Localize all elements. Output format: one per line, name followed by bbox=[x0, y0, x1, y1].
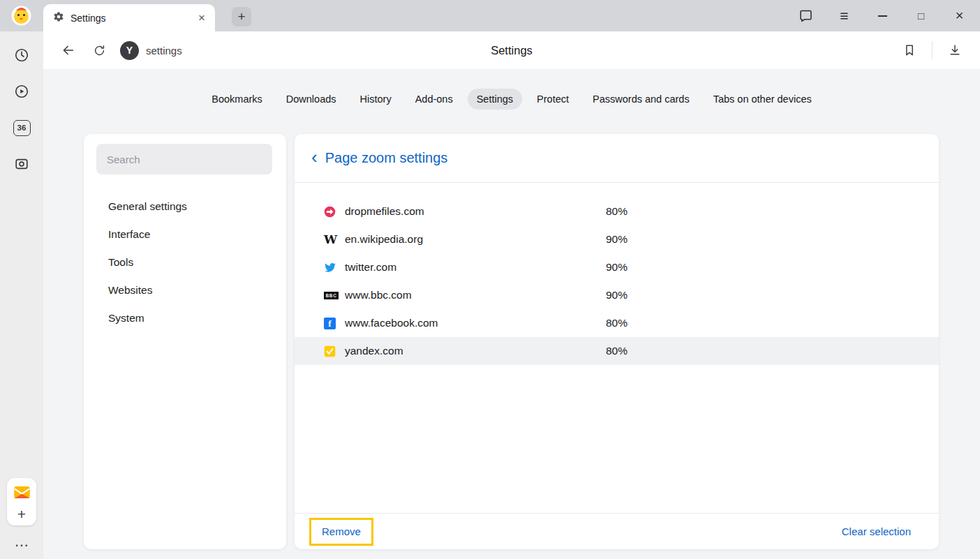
site-name: yandex.com bbox=[345, 345, 606, 357]
tab-counter[interactable]: 36 bbox=[0, 110, 43, 146]
tab-tabs-on-other-devices[interactable]: Tabs on other devices bbox=[704, 89, 821, 110]
site-name: twitter.com bbox=[345, 261, 606, 274]
zoom-row[interactable]: f www.facebook.com 80% bbox=[295, 309, 939, 337]
menu-icon[interactable]: ≡ bbox=[825, 0, 863, 31]
twitter-favicon bbox=[324, 261, 345, 274]
tab-passwords-and-cards[interactable]: Passwords and cards bbox=[584, 89, 699, 110]
site-name: www.bbc.com bbox=[345, 289, 606, 301]
panel-header[interactable]: ‹ Page zoom settings bbox=[295, 134, 939, 183]
clear-selection-button[interactable]: Clear selection bbox=[842, 526, 911, 537]
back-chevron-icon[interactable]: ‹ bbox=[311, 148, 318, 166]
site-name: www.facebook.com bbox=[345, 317, 606, 329]
more-icon[interactable]: ⋯ bbox=[15, 538, 29, 552]
browser-logo bbox=[10, 5, 32, 27]
toolbar-right bbox=[894, 35, 970, 66]
tab-settings[interactable]: Settings bbox=[468, 89, 522, 110]
settings-favicon: Y bbox=[120, 41, 139, 60]
page-zoom-panel: ‹ Page zoom settings dropmefiles.com 80%… bbox=[295, 134, 939, 549]
zoom-row[interactable]: W en.wikipedia.org 90% bbox=[295, 225, 939, 253]
toolbar: Settings Y settings bbox=[43, 31, 980, 69]
sidebar-item-websites[interactable]: Websites bbox=[84, 276, 286, 304]
sidebar-item-general-settings[interactable]: General settings bbox=[84, 193, 286, 221]
tab-count-label: 36 bbox=[13, 120, 31, 136]
address-bar[interactable]: Y settings bbox=[120, 41, 182, 60]
site-name: dropmefiles.com bbox=[345, 205, 606, 218]
remove-button[interactable]: Remove bbox=[322, 526, 361, 537]
wikipedia-favicon: W bbox=[324, 234, 345, 246]
side-panel-icon[interactable] bbox=[787, 0, 825, 31]
sidebar-bottom: + ⋯ bbox=[0, 478, 43, 552]
sidebar-item-system[interactable]: System bbox=[84, 304, 286, 332]
zoom-row[interactable]: dropmefiles.com 80% bbox=[295, 197, 939, 225]
zoom-value: 90% bbox=[606, 261, 939, 274]
zoom-value: 80% bbox=[606, 345, 939, 357]
zoom-value: 90% bbox=[606, 233, 939, 246]
remove-annotation-box: Remove bbox=[309, 518, 373, 546]
screenshot-icon[interactable] bbox=[0, 146, 43, 182]
maximize-icon[interactable]: □ bbox=[902, 0, 940, 31]
back-icon[interactable] bbox=[53, 35, 84, 66]
new-tab-button[interactable]: + bbox=[232, 7, 251, 27]
tab-bookmarks[interactable]: Bookmarks bbox=[202, 89, 272, 110]
toolbar-divider bbox=[932, 41, 933, 59]
zoom-value: 80% bbox=[606, 205, 939, 218]
sidebar-item-interface[interactable]: Interface bbox=[84, 221, 286, 248]
history-icon[interactable] bbox=[0, 37, 43, 73]
settings-section-list: General settings Interface Tools Website… bbox=[84, 193, 286, 332]
panel-footer: Remove Clear selection bbox=[295, 513, 939, 549]
yandex-favicon bbox=[324, 345, 345, 357]
tab-strip: Settings × + ≡ □ × bbox=[0, 0, 980, 31]
tab-history[interactable]: History bbox=[351, 89, 401, 110]
tab-protect[interactable]: Protect bbox=[528, 89, 578, 110]
apps-panel: + bbox=[7, 478, 36, 526]
sidebar-item-tools[interactable]: Tools bbox=[84, 248, 286, 276]
add-app-icon[interactable]: + bbox=[17, 505, 26, 523]
minimize-icon[interactable] bbox=[863, 0, 902, 31]
panel-title[interactable]: Page zoom settings bbox=[325, 150, 448, 166]
settings-sidebar-card: General settings Interface Tools Website… bbox=[84, 134, 286, 549]
address-text: settings bbox=[146, 45, 182, 57]
reload-icon[interactable] bbox=[84, 35, 114, 66]
tab-close-icon[interactable]: × bbox=[198, 12, 205, 24]
bookmark-icon[interactable] bbox=[894, 35, 925, 66]
zoom-value: 90% bbox=[606, 289, 939, 301]
yandex-mail-icon[interactable] bbox=[13, 483, 31, 505]
settings-nav-tabs: Bookmarks Downloads History Add-ons Sett… bbox=[43, 89, 980, 110]
browser-tab-settings[interactable]: Settings × bbox=[43, 4, 215, 31]
search-input[interactable] bbox=[96, 144, 272, 174]
play-icon[interactable] bbox=[0, 73, 43, 110]
browser-sidebar: 36 + ⋯ bbox=[0, 31, 43, 559]
dropmefiles-favicon bbox=[324, 206, 345, 218]
facebook-favicon: f bbox=[324, 318, 345, 329]
zoom-row-selected[interactable]: yandex.com 80% bbox=[295, 337, 939, 365]
tab-downloads[interactable]: Downloads bbox=[277, 89, 346, 110]
window-close-icon[interactable]: × bbox=[940, 0, 979, 31]
zoom-row[interactable]: BBC www.bbc.com 90% bbox=[295, 281, 939, 309]
page-title: Settings bbox=[43, 31, 980, 69]
window-controls: ≡ □ × bbox=[787, 0, 979, 31]
zoom-row[interactable]: twitter.com 90% bbox=[295, 253, 939, 281]
site-name: en.wikipedia.org bbox=[345, 233, 606, 246]
tab-title: Settings bbox=[70, 13, 192, 24]
zoom-rows: dropmefiles.com 80% W en.wikipedia.org 9… bbox=[295, 183, 939, 365]
tab-add-ons[interactable]: Add-ons bbox=[406, 89, 462, 110]
zoom-value: 80% bbox=[606, 317, 939, 329]
download-icon[interactable] bbox=[940, 35, 970, 66]
bbc-favicon: BBC bbox=[324, 292, 345, 299]
gear-icon bbox=[53, 11, 64, 25]
